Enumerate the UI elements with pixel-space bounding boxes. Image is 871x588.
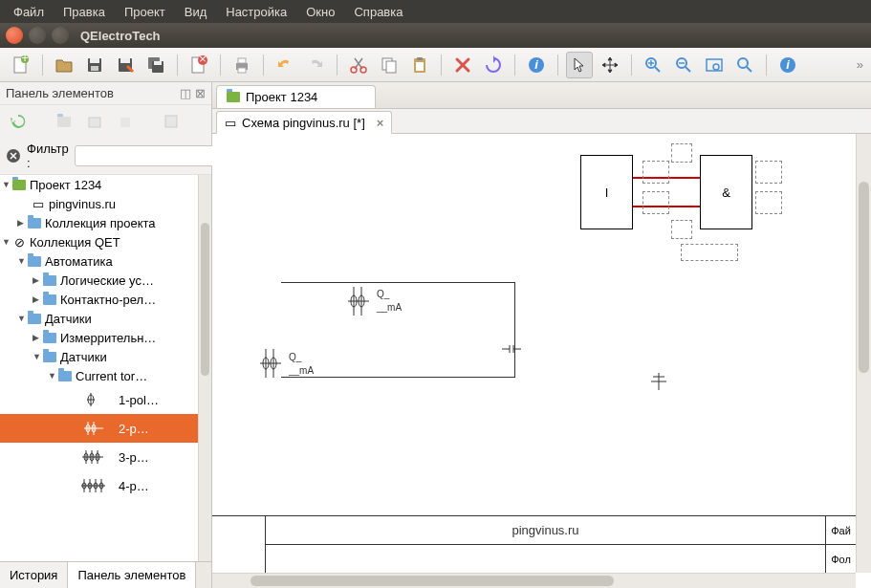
window-title: QElectroTech xyxy=(80,29,161,43)
leaf-2pol[interactable]: 2-p… xyxy=(0,414,211,443)
tree-current-tor[interactable]: ▼Current tor… xyxy=(0,366,211,385)
import-button[interactable] xyxy=(159,109,184,134)
tree-sensors1[interactable]: ▼Датчики xyxy=(0,309,211,328)
save-all-button[interactable] xyxy=(142,52,169,78)
svg-point-18 xyxy=(360,67,366,73)
redo-button[interactable] xyxy=(302,52,329,78)
zoom-fit-button[interactable] xyxy=(701,52,728,78)
comp1-unit: __mA xyxy=(377,302,402,313)
window-close-button[interactable] xyxy=(6,27,23,44)
delete-folder-button[interactable] xyxy=(113,109,138,134)
svg-rect-33 xyxy=(89,118,100,127)
edit-button[interactable] xyxy=(82,109,107,134)
save-as-button[interactable] xyxy=(112,52,139,78)
move-tool[interactable] xyxy=(597,52,623,78)
close-tab-icon[interactable]: × xyxy=(377,116,384,130)
menu-settings[interactable]: Настройка xyxy=(218,3,294,21)
zoom-in-button[interactable] xyxy=(640,52,666,78)
cut-button[interactable] xyxy=(345,52,372,78)
zoom-out-button[interactable] xyxy=(670,52,697,78)
zoom-reset-button[interactable] xyxy=(731,52,758,78)
terminal-box[interactable] xyxy=(642,191,669,214)
tree-project[interactable]: ▼Проект 1234 xyxy=(0,175,211,194)
tree-coll-qet[interactable]: ▼⊘Коллекция QET xyxy=(0,232,211,251)
terminal-box[interactable] xyxy=(681,244,738,261)
copy-button[interactable] xyxy=(376,52,403,78)
new-button[interactable]: + xyxy=(8,52,34,78)
toolbar-chevrons-icon[interactable]: » xyxy=(857,57,863,72)
gate-and[interactable]: & xyxy=(700,155,752,229)
tree-measuring[interactable]: ▶Измеррительн… xyxy=(0,328,211,347)
tab-elements[interactable]: Панель элементов xyxy=(68,562,196,588)
elements-tree[interactable]: ▼Проект 1234 ▭pingvinus.ru ▶Коллекция пр… xyxy=(0,175,211,561)
canvas[interactable]: I & Q_ __mA Q_ __mA xyxy=(212,134,856,573)
svg-rect-10 xyxy=(154,61,162,65)
menu-project[interactable]: Проект xyxy=(117,3,173,21)
project-tab[interactable]: Проект 1234 xyxy=(216,85,376,108)
terminal-box[interactable] xyxy=(671,220,692,239)
svg-text:i: i xyxy=(786,57,790,72)
terminal-box[interactable] xyxy=(671,143,692,163)
tab-history[interactable]: История xyxy=(0,562,68,588)
tree-logic[interactable]: ▶Логические ус… xyxy=(0,271,211,290)
terminal-box[interactable] xyxy=(755,191,782,214)
menu-file[interactable]: Файл xyxy=(6,3,52,21)
leaf-1pol[interactable]: 1-pol… xyxy=(0,385,211,414)
svg-rect-4 xyxy=(90,58,99,63)
open-button[interactable] xyxy=(51,52,77,78)
tree-sensors2[interactable]: ▼Датчики xyxy=(0,347,211,366)
tree-relay[interactable]: ▶Контактно-рел… xyxy=(0,290,211,309)
leaf-4pol[interactable]: 4-p… xyxy=(0,471,211,500)
undo-button[interactable] xyxy=(272,52,298,78)
svg-rect-23 xyxy=(416,62,424,71)
menubar: Файл Правка Проект Вид Настройка Окно Сп… xyxy=(0,0,871,23)
window-maximize-button[interactable] xyxy=(52,27,69,44)
pointer-tool[interactable] xyxy=(566,52,593,78)
schematic-frame[interactable] xyxy=(281,282,515,378)
vertical-scrollbar[interactable] xyxy=(856,134,871,573)
comp2-unit: __mA xyxy=(289,365,314,376)
component-q2[interactable] xyxy=(258,349,287,378)
rotate-button[interactable] xyxy=(480,52,507,78)
filter-label: Фильтр : xyxy=(27,142,69,170)
tree-doc[interactable]: ▭pingvinus.ru xyxy=(0,194,211,213)
component-q1[interactable] xyxy=(346,287,375,316)
schema-icon: ▭ xyxy=(225,116,236,130)
folder-icon xyxy=(227,92,240,102)
horizontal-scrollbar[interactable] xyxy=(212,573,856,588)
svg-text:i: i xyxy=(534,57,538,72)
menu-edit[interactable]: Правка xyxy=(55,3,113,21)
info-button[interactable]: i xyxy=(523,52,550,78)
svg-rect-20 xyxy=(386,61,396,73)
reload-button[interactable] xyxy=(6,109,31,134)
svg-rect-22 xyxy=(417,57,423,60)
close-doc-button[interactable]: × xyxy=(185,52,212,78)
filter-clear-icon[interactable] xyxy=(6,148,21,163)
svg-text:+: + xyxy=(21,55,29,65)
terminal-box[interactable] xyxy=(642,161,669,184)
symbol[interactable] xyxy=(647,373,670,390)
window-minimize-button[interactable] xyxy=(29,27,46,44)
gate-i[interactable]: I xyxy=(580,155,633,229)
tree-coll-project[interactable]: ▶Коллекция проекта xyxy=(0,213,211,232)
menu-help[interactable]: Справка xyxy=(346,3,410,21)
symbol[interactable] xyxy=(502,342,521,356)
panel-title: Панель элементов xyxy=(6,86,114,100)
print-button[interactable] xyxy=(229,52,255,78)
svg-rect-16 xyxy=(238,68,246,73)
terminal-box[interactable] xyxy=(755,161,782,184)
about-button[interactable]: i xyxy=(774,52,801,78)
menu-view[interactable]: Вид xyxy=(177,3,215,21)
panel-controls[interactable]: ◫ ⊠ xyxy=(180,86,206,100)
new-folder-button[interactable] xyxy=(52,109,76,134)
delete-button[interactable] xyxy=(449,52,476,78)
paste-button[interactable] xyxy=(406,52,433,78)
save-button[interactable] xyxy=(81,52,108,78)
comp1-name: Q_ xyxy=(377,289,389,299)
leaf-3pol[interactable]: 3-p… xyxy=(0,443,211,471)
schema-tab[interactable]: ▭ Схема pingvinus.ru [*] × xyxy=(216,111,392,134)
menu-window[interactable]: Окно xyxy=(298,3,342,21)
tree-scrollbar[interactable] xyxy=(198,175,211,561)
svg-rect-5 xyxy=(91,66,98,71)
tree-automation[interactable]: ▼Автоматика xyxy=(0,251,211,271)
